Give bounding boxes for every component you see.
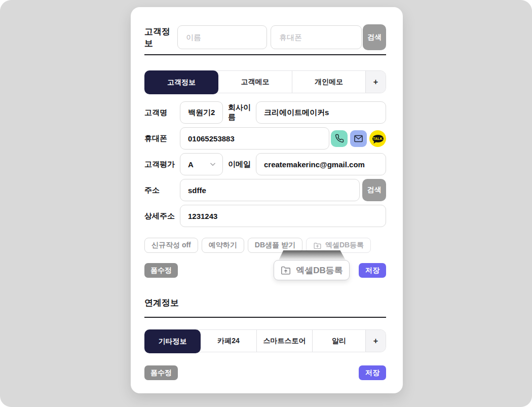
tab-ali[interactable]: 알리 bbox=[312, 330, 365, 352]
linked-info-tabbar: 기타정보 카페24 스마트스토어 알리 + bbox=[144, 329, 386, 352]
address-label: 주소 bbox=[144, 186, 180, 195]
row-rating-email: 고객평가 A 이메일 bbox=[144, 153, 386, 175]
header-divider bbox=[144, 54, 386, 55]
tab-smartstore[interactable]: 스마트스토어 bbox=[256, 330, 312, 352]
address-input[interactable] bbox=[180, 179, 360, 201]
customer-info-card: 고객정보 검색 고객정보 고객메모 개인메모 + 고객명 회사이름 휴대폰 bbox=[131, 7, 403, 393]
customer-tabbar: 고객정보 고객메모 개인메모 + bbox=[144, 70, 386, 93]
reserve-button[interactable]: 예약하기 bbox=[202, 238, 244, 253]
customer-search-button[interactable]: 검색 bbox=[363, 24, 386, 50]
contact-icon-buttons: TALK bbox=[331, 130, 386, 147]
section-title-linked-info: 연계정보 bbox=[144, 297, 386, 318]
customer-name-label: 고객명 bbox=[144, 108, 180, 118]
folder-upload-icon bbox=[280, 265, 291, 276]
customer-search-header: 고객정보 검색 bbox=[144, 24, 386, 50]
kakao-talk-button[interactable]: TALK bbox=[369, 130, 386, 147]
action-chips: 신규작성 off 예약하기 DB샘플 받기 엑셀DB등록 bbox=[144, 238, 386, 253]
call-button[interactable] bbox=[331, 130, 348, 147]
tab-customer-memo[interactable]: 고객메모 bbox=[218, 71, 292, 93]
excel-db-upload-floating-button[interactable]: 엑셀DB등록 bbox=[274, 260, 350, 280]
folder-upload-icon bbox=[313, 241, 322, 250]
linked-save-row: 폼수정 저장 bbox=[144, 365, 386, 380]
excel-db-upload-button[interactable]: 엑셀DB등록 bbox=[306, 238, 371, 253]
email-input[interactable] bbox=[256, 153, 386, 175]
rating-label: 고객평가 bbox=[144, 160, 180, 169]
linked-save-button[interactable]: 저장 bbox=[359, 365, 386, 380]
row-mobile: 휴대폰 TALK bbox=[144, 127, 386, 150]
search-name-input[interactable] bbox=[177, 25, 267, 49]
email-label: 이메일 bbox=[228, 160, 256, 169]
customer-form: 고객명 회사이름 휴대폰 bbox=[144, 101, 386, 227]
mobile-label: 휴대폰 bbox=[144, 134, 180, 143]
tab-other-info[interactable]: 기타정보 bbox=[144, 329, 201, 353]
form-edit-button[interactable]: 폼수정 bbox=[144, 263, 178, 278]
search-phone-input[interactable] bbox=[271, 25, 362, 49]
linked-form-edit-button[interactable]: 폼수정 bbox=[144, 365, 178, 380]
row-address: 주소 검색 bbox=[144, 179, 386, 201]
customer-name-input[interactable] bbox=[180, 101, 223, 124]
chevron-down-icon bbox=[209, 161, 216, 168]
db-sample-button[interactable]: DB샘플 받기 bbox=[248, 238, 302, 253]
form-save-row: 폼수정 엑셀DB등록 저장 bbox=[144, 260, 386, 280]
address-detail-label: 상세주소 bbox=[144, 211, 180, 221]
add-tab-button[interactable]: + bbox=[365, 71, 386, 93]
app-background: 고객정보 검색 고객정보 고객메모 개인메모 + 고객명 회사이름 휴대폰 bbox=[0, 0, 532, 407]
mobile-input[interactable] bbox=[180, 127, 329, 150]
excel-db-upload-label: 엑셀DB등록 bbox=[325, 241, 364, 250]
tab-cafe24[interactable]: 카페24 bbox=[201, 330, 256, 352]
tab-customer-info[interactable]: 고객정보 bbox=[144, 70, 218, 94]
row-address-detail: 상세주소 bbox=[144, 205, 386, 227]
kakao-talk-icon: TALK bbox=[372, 135, 384, 142]
add-linked-tab-button[interactable]: + bbox=[365, 330, 386, 352]
rating-select-value: A bbox=[188, 160, 209, 169]
phone-icon bbox=[335, 134, 344, 143]
tab-personal-memo[interactable]: 개인메모 bbox=[292, 71, 365, 93]
save-button[interactable]: 저장 bbox=[359, 263, 386, 278]
address-detail-input[interactable] bbox=[180, 205, 386, 227]
excel-db-floating-label: 엑셀DB등록 bbox=[296, 265, 343, 276]
new-write-toggle-button[interactable]: 신규작성 off bbox=[144, 238, 198, 253]
section-title-customer-info: 고객정보 bbox=[144, 26, 177, 49]
rating-select[interactable]: A bbox=[180, 153, 223, 175]
address-search-button[interactable]: 검색 bbox=[362, 179, 386, 201]
mail-icon bbox=[354, 134, 363, 143]
company-name-label: 회사이름 bbox=[228, 103, 256, 122]
email-send-button[interactable] bbox=[350, 130, 367, 147]
company-name-input[interactable] bbox=[256, 101, 386, 124]
row-customer-name: 고객명 회사이름 bbox=[144, 101, 386, 124]
